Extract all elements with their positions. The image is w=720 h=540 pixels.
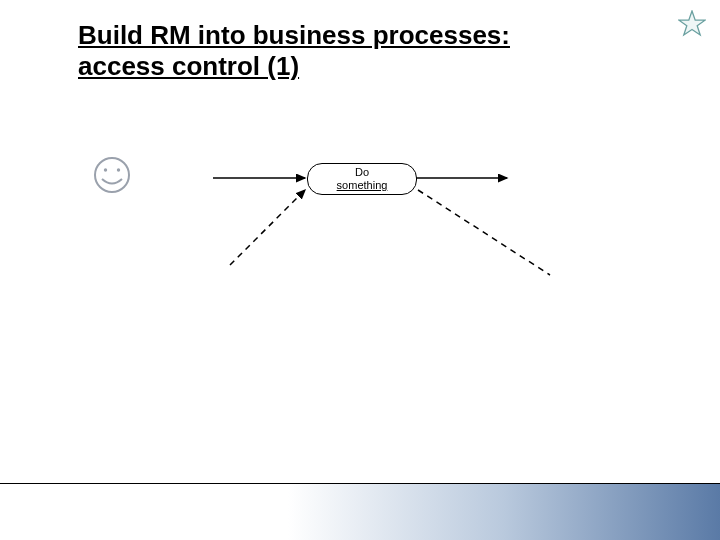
process-line1: Do: [355, 166, 369, 179]
footer-bar: [0, 483, 720, 540]
diagram-lines: [0, 0, 720, 540]
dashed-left: [230, 190, 305, 265]
process-line2: something: [337, 179, 388, 192]
slide: Build RM into business processes: access…: [0, 0, 720, 540]
dashed-right: [418, 190, 550, 275]
process-node: Do something: [307, 163, 417, 195]
